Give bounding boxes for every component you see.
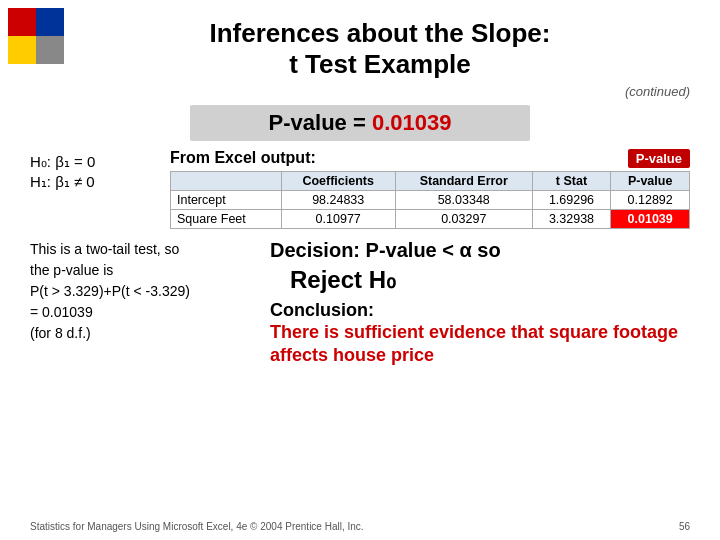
decision-text: Decision: P-value < α so <box>270 239 690 262</box>
col-header-p-value: P-value <box>611 172 690 191</box>
table-cell: 58.03348 <box>395 191 532 210</box>
col-header-t-stat: t Stat <box>532 172 611 191</box>
table-cell: 1.69296 <box>532 191 611 210</box>
conclusion-body: There is sufficient evidence that square… <box>270 321 690 368</box>
pvalue-prefix: P-value = <box>269 110 372 135</box>
table-cell: 0.01039 <box>611 210 690 229</box>
h1: H₁: β₁ ≠ 0 <box>30 173 160 191</box>
table-row: Intercept98.2483358.033481.692960.12892 <box>171 191 690 210</box>
hypotheses: H₀: β₁ = 0 H₁: β₁ ≠ 0 <box>30 149 160 229</box>
h0: H₀: β₁ = 0 <box>30 153 160 171</box>
bottom-line5: (for 8 d.f.) <box>30 323 250 344</box>
bottom-line3: P(t > 3.329)+P(t < -3.329) <box>30 281 250 302</box>
excel-title: From Excel output: <box>170 149 316 167</box>
col-header-std-error: Standard Error <box>395 172 532 191</box>
page: Inferences about the Slope: t Test Examp… <box>0 0 720 540</box>
bottom-left: This is a two-tail test, so the p-value … <box>30 239 250 368</box>
title-line2: t Test Example <box>289 49 471 79</box>
middle-section: H₀: β₁ = 0 H₁: β₁ ≠ 0 From Excel output:… <box>30 149 690 229</box>
decorative-blocks <box>0 0 60 60</box>
continued-label: (continued) <box>30 84 690 99</box>
title-line1: Inferences about the Slope: <box>210 18 551 48</box>
col-header-coefficients: Coefficients <box>281 172 395 191</box>
deco-blue <box>36 8 64 36</box>
pvalue-label-box: P-value <box>628 149 690 168</box>
table-cell: 3.32938 <box>532 210 611 229</box>
table-row: Square Feet0.109770.032973.329380.01039 <box>171 210 690 229</box>
bottom-line1: This is a two-tail test, so <box>30 239 250 260</box>
bottom-line2: the p-value is <box>30 260 250 281</box>
table-cell: 0.10977 <box>281 210 395 229</box>
col-header-empty <box>171 172 282 191</box>
table-cell: 0.12892 <box>611 191 690 210</box>
excel-table: Coefficients Standard Error t Stat P-val… <box>170 171 690 229</box>
pvalue-banner: P-value = 0.01039 <box>190 105 530 141</box>
table-cell: 98.24833 <box>281 191 395 210</box>
deco-gray <box>36 36 64 64</box>
footer-left: Statistics for Managers Using Microsoft … <box>30 521 364 532</box>
table-cell: 0.03297 <box>395 210 532 229</box>
deco-red <box>8 8 36 36</box>
bottom-right: Decision: P-value < α so Reject H₀ Concl… <box>270 239 690 368</box>
footer: Statistics for Managers Using Microsoft … <box>30 521 690 532</box>
excel-section: From Excel output: P-value Coefficients … <box>170 149 690 229</box>
table-cell: Square Feet <box>171 210 282 229</box>
decision-label: Decision: P-value < α so <box>270 239 501 261</box>
pvalue-value: 0.01039 <box>372 110 452 135</box>
conclusion-title: Conclusion: <box>270 300 690 321</box>
table-header-row: Coefficients Standard Error t Stat P-val… <box>171 172 690 191</box>
footer-right: 56 <box>679 521 690 532</box>
page-title: Inferences about the Slope: t Test Examp… <box>30 18 690 80</box>
table-cell: Intercept <box>171 191 282 210</box>
bottom-section: This is a two-tail test, so the p-value … <box>30 239 690 368</box>
deco-yellow <box>8 36 36 64</box>
reject-h0: Reject H₀ <box>290 266 690 294</box>
bottom-line4: = 0.01039 <box>30 302 250 323</box>
